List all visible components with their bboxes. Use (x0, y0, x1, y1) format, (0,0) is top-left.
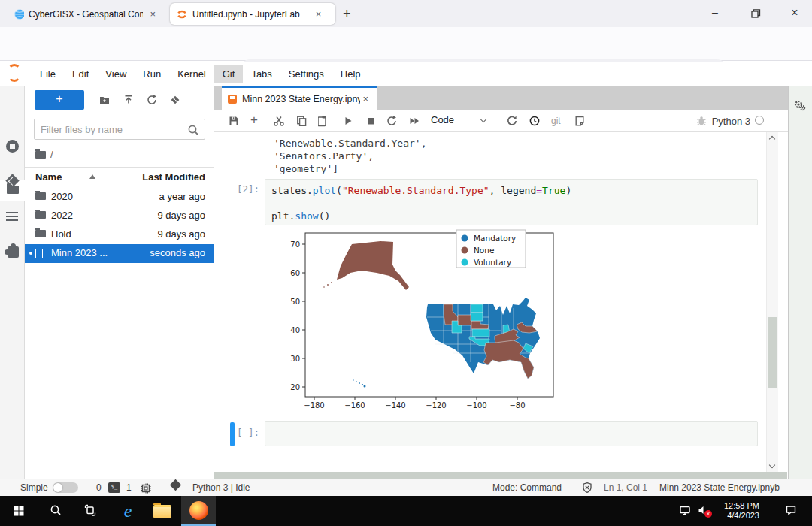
git-toolbar-label[interactable]: git (551, 116, 561, 126)
new-folder-icon[interactable] (98, 94, 111, 107)
run-cell-icon[interactable] (342, 115, 353, 126)
filter-placeholder: Filter files by name (41, 124, 187, 135)
menu-view[interactable]: View (97, 65, 135, 83)
refresh-file-list-icon[interactable] (146, 94, 159, 107)
terminal-count[interactable]: 0 (96, 482, 102, 493)
network-icon[interactable] (679, 504, 692, 517)
file-row-2022[interactable]: 20229 days ago (25, 207, 214, 225)
stop-kernel-icon[interactable] (365, 115, 376, 126)
kernel-count[interactable]: 1 (126, 482, 132, 493)
restart-kernel-icon[interactable] (386, 115, 398, 127)
add-cell-icon[interactable]: + (250, 113, 258, 128)
cut-cell-icon[interactable] (273, 115, 285, 127)
chevron-down-icon (480, 116, 486, 122)
git-icon[interactable] (8, 176, 17, 186)
history-clock-icon[interactable] (529, 115, 541, 127)
notebook-horizontal-scrollbar[interactable] (214, 472, 787, 479)
window-minimize-button[interactable]: – (704, 6, 726, 18)
restart-run-all-icon[interactable] (408, 115, 420, 127)
home-folder-icon[interactable] (35, 151, 46, 159)
menu-kernel[interactable]: Kernel (169, 65, 214, 83)
menu-settings[interactable]: Settings (280, 65, 332, 83)
menu-file[interactable]: File (32, 65, 64, 83)
git-status-icon[interactable] (170, 479, 182, 491)
window-close-button[interactable]: × (783, 6, 806, 20)
git-clone-icon[interactable] (169, 94, 182, 107)
svg-text:−180: −180 (304, 401, 324, 410)
window-restore-button[interactable] (744, 8, 767, 20)
kernel-status-icon[interactable] (755, 116, 764, 125)
cell-input-prompt: [2]: (216, 183, 259, 195)
column-name[interactable]: Name (35, 171, 62, 183)
empty-code-cell[interactable] (265, 421, 758, 446)
file-row-2020[interactable]: 2020a year ago (25, 188, 214, 207)
file-modified: a year ago (159, 191, 205, 202)
globe-favicon-icon (14, 8, 24, 20)
new-tab-button[interactable]: + (343, 6, 351, 22)
paste-cell-icon[interactable] (318, 115, 330, 127)
copy-cell-icon[interactable] (295, 115, 308, 127)
notebook-tab[interactable]: Minn 2023 State Energy.ipny × (222, 86, 377, 110)
internet-explorer-icon[interactable]: e (113, 496, 143, 526)
tab-close-icon[interactable]: × (314, 8, 324, 20)
menu-edit[interactable]: Edit (64, 65, 97, 83)
file-modified: 9 days ago (157, 228, 205, 240)
statusbar-filename[interactable]: Minn 2023 State Energy.ipnyb (659, 482, 780, 493)
save-icon[interactable] (228, 115, 240, 127)
trust-shield-icon[interactable] (581, 482, 592, 493)
kernel-chip-icon[interactable] (140, 482, 151, 494)
code-cell-partial[interactable]: 'Renewable.Standard.Year','Senators.Part… (274, 137, 427, 175)
file-row-minn-2023-[interactable]: Minn 2023 ...seconds ago (25, 244, 214, 263)
notebook-file-icon (228, 95, 237, 104)
kernel-name[interactable]: Python 3 (712, 116, 750, 127)
map-north-dakota (471, 304, 483, 313)
action-center-icon[interactable] (785, 504, 798, 517)
svg-text:40: 40 (290, 326, 300, 334)
svg-text:None: None (474, 246, 494, 255)
table-of-contents-icon[interactable] (6, 212, 18, 221)
git-sync-icon[interactable] (506, 115, 518, 127)
firefox-taskbar-button[interactable] (181, 496, 216, 526)
terminal-icon[interactable]: $_ (108, 482, 120, 493)
cell-type-dropdown[interactable]: Code (431, 114, 486, 125)
running-kernels-icon[interactable] (6, 140, 19, 153)
start-button[interactable] (6, 496, 32, 526)
extension-manager-icon[interactable] (8, 246, 19, 258)
breadcrumb[interactable]: / (35, 149, 53, 160)
new-launcher-button[interactable]: + (35, 90, 84, 110)
file-modified: seconds ago (150, 247, 205, 258)
cursor-position-text[interactable]: Ln 1, Col 1 (604, 482, 647, 493)
file-explorer-icon[interactable] (147, 496, 177, 526)
tab-close-icon[interactable]: × (147, 8, 158, 20)
menu-tabs[interactable]: Tabs (243, 65, 280, 83)
filter-files-input[interactable]: Filter files by name (34, 119, 205, 140)
svg-text:60: 60 (290, 269, 300, 277)
property-inspector-gears-icon[interactable] (794, 99, 807, 113)
breadcrumb-path: / (50, 149, 53, 160)
mute-badge: x (704, 510, 712, 518)
kernel-status-text[interactable]: Python 3 | Idle (192, 482, 250, 493)
notebook-vertical-scrollbar[interactable] (766, 132, 778, 472)
upload-files-icon[interactable] (123, 94, 135, 107)
task-view-icon[interactable] (78, 496, 104, 526)
code-cell-input[interactable]: states.plot("Renewable.Standard.Type", l… (265, 179, 758, 225)
scrollbar-thumb[interactable] (768, 317, 777, 388)
browser-tab-jupyterlab[interactable]: Untitled.ipynb - JupyterLab × (170, 3, 335, 25)
taskbar-clock[interactable]: 12:58 PM 4/4/2023 (716, 501, 759, 521)
new-note-icon[interactable] (574, 115, 586, 127)
menu-git[interactable]: Git (214, 65, 244, 83)
column-last-modified[interactable]: Last Modified (95, 171, 205, 183)
volume-muted-icon[interactable]: x (697, 504, 709, 516)
empty-cell-prompt: [ ]: (216, 427, 259, 438)
menu-help[interactable]: Help (332, 65, 369, 83)
taskbar-search-icon[interactable] (44, 496, 69, 526)
menu-run[interactable]: Run (135, 65, 169, 83)
svg-text:30: 30 (290, 355, 300, 363)
debugger-bug-icon[interactable] (695, 115, 707, 127)
map-wyoming (458, 315, 471, 325)
browser-tab-cybergisx[interactable]: CyberGISX - Geospatial Commu × (8, 3, 164, 25)
simple-mode-toggle[interactable] (53, 482, 78, 493)
notebook-tab-close-icon[interactable]: × (360, 93, 371, 104)
command-mode-text[interactable]: Mode: Command (492, 482, 562, 493)
file-row-hold[interactable]: Hold9 days ago (25, 225, 214, 244)
